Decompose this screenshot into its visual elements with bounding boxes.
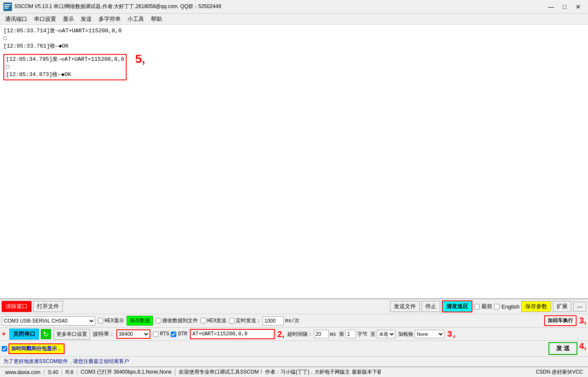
toolbar-row2: COM3 USB-SERIAL CH340 HEX显示 保存数据 接收数据到文件… [0, 314, 588, 328]
close-button[interactable]: ✕ [572, 2, 585, 12]
rts-dtr-group: RTS DTR [153, 331, 187, 337]
more-ports-button[interactable]: 更多串口设置 [54, 329, 90, 340]
svg-rect-2 [4, 6, 9, 7]
highlighted-block: [12:05:34.795]发→◇AT+UART=115200,0,0 □ [1… [3, 54, 127, 81]
promo-area: 为了更好地发展SSCOM软件，请您注册嘉立创结尾客户 [0, 357, 588, 367]
english-checkbox[interactable] [494, 304, 500, 309]
last-checkbox-group: 最前 [474, 303, 492, 310]
status-port-info: COM3 已打开 38400bps,8,1,None,None [77, 368, 175, 376]
toolbar-row4: 加时间戳和分包显示， 发 送 4, [0, 341, 588, 357]
timeout-group: 超时间隔： ms 第 字节 至 末尾 [287, 330, 396, 338]
titlebar-controls: — □ ✕ [545, 2, 585, 12]
hex-send-checkbox[interactable] [201, 318, 206, 323]
recv-to-file-label: 接收数据到文件 [162, 317, 198, 324]
hex-send-group: HEX发送 [201, 317, 227, 324]
terminal-line-3: [12:05:33.761]收←◆OK [3, 43, 585, 50]
byte-end-select[interactable]: 末尾 [377, 330, 396, 338]
open-file-button[interactable]: 打开文件 [33, 301, 63, 312]
timed-send-ms-input[interactable] [263, 316, 284, 326]
timeout-input[interactable] [314, 330, 329, 338]
terminal-line-6: [12:05:34.873]收←◆OK [6, 71, 124, 79]
menu-serial-settings[interactable]: 串口设置 [31, 14, 59, 24]
last-label: 最前 [481, 303, 492, 310]
svg-rect-1 [4, 4, 11, 5]
baud-group: 波特率： 38400 [93, 329, 150, 339]
dtr-checkbox[interactable] [171, 332, 176, 337]
baud-select[interactable]: 38400 [116, 329, 150, 339]
menu-multi-string[interactable]: 多字符串 [95, 14, 124, 24]
clear-window-button[interactable]: 清除窗口 [2, 301, 31, 312]
dtr-label: DTR [178, 331, 187, 337]
checksum-select[interactable]: None [415, 330, 444, 338]
command-input[interactable] [190, 329, 275, 339]
status-welcome: 欢迎使用专业串口调试工具SSCOM！ 作者：习小猛(丁丁)，大虾电子网版主 最新… [175, 368, 381, 376]
terminal-line-1: [12:05:33.714]发→◇AT+UART=115200,0,0 [3, 27, 585, 35]
send-button[interactable]: 发 送 [548, 342, 577, 355]
recv-to-file-checkbox[interactable] [155, 318, 161, 323]
titlebar: SSCOM V5.13.1 串口/网络数据调试器,作者:大虾丁丁,2618058… [0, 0, 588, 14]
status-indicator: ● [2, 330, 6, 338]
stop-button[interactable]: 停止 [421, 301, 440, 312]
checksum-label: 加检验 [398, 331, 413, 338]
clear-send-button[interactable]: 清发送区 [442, 300, 472, 312]
rts-checkbox[interactable] [153, 332, 158, 337]
main-content: [12:05:33.714]发→◇AT+UART=115200,0,0 □ [1… [0, 25, 588, 367]
menu-help[interactable]: 帮助 [147, 14, 165, 24]
status-s: S:40 [44, 369, 62, 375]
label-3b: 3, [447, 329, 457, 339]
terminal-area[interactable]: [12:05:33.714]发→◇AT+UART=115200,0,0 □ [1… [0, 25, 588, 299]
menu-send[interactable]: 发送 [77, 14, 95, 24]
ms-per-label: ms/次 [285, 317, 300, 324]
hex-send-label: HEX发送 [207, 317, 227, 324]
minimize-button[interactable]: — [545, 2, 557, 12]
titlebar-left: SSCOM V5.13.1 串口/网络数据调试器,作者:大虾丁丁,2618058… [3, 3, 221, 11]
maximize-button[interactable]: □ [558, 2, 571, 12]
svg-rect-3 [4, 8, 8, 9]
byte-start-input[interactable] [345, 330, 356, 338]
menubar: 通讯端口 串口设置 显示 发送 多字符串 小工具 帮助 [0, 14, 588, 25]
menu-display[interactable]: 显示 [59, 14, 77, 24]
save-data-button[interactable]: 保存数据 [127, 316, 153, 326]
timed-send-group: 定时发送： ms/次 [229, 316, 300, 326]
terminal-line-2: □ [3, 35, 585, 43]
baud-label: 波特率： [93, 330, 115, 338]
timestamp-label: 加时间戳和分包显示， [8, 343, 65, 354]
hex-display-group: HEX显示 [98, 317, 124, 324]
app-icon [3, 3, 12, 11]
send-file-button[interactable]: 发送文件 [390, 301, 420, 312]
expand-button[interactable]: 扩展 [553, 301, 571, 312]
hex-display-checkbox[interactable] [98, 318, 103, 323]
label-2: 2, [277, 329, 285, 339]
label-3: 3, [579, 316, 586, 326]
save-params-button[interactable]: 保存参数 [521, 301, 551, 312]
close-port-button[interactable]: 关闭串口 [9, 329, 39, 340]
status-csdn: CSDN @好家伙VCC [381, 368, 586, 376]
menu-tools[interactable]: 小工具 [124, 14, 147, 24]
statusbar: www.daxia.com S:40 R:8 COM3 已打开 38400bps… [0, 367, 588, 377]
byte-label: 字节 至 [357, 331, 376, 338]
toolbar-row1: 清除窗口 打开文件 发送文件 停止 清发送区 最前 English 保存参数 扩… [0, 299, 588, 314]
add-newline-button[interactable]: 加回车换行 [544, 315, 577, 326]
status-r: R:8 [62, 369, 77, 375]
label-5: 5, [135, 52, 145, 66]
titlebar-title: SSCOM V5.13.1 串口/网络数据调试器,作者:大虾丁丁,2618058… [14, 3, 221, 10]
timeout-label: 超时间隔： [287, 331, 313, 338]
ms-label: ms 第 [330, 331, 345, 338]
rts-label: RTS [160, 331, 170, 337]
minus-button[interactable]: — [573, 302, 586, 312]
english-checkbox-group: English [494, 303, 520, 310]
checksum-group: 加检验 None [398, 330, 444, 338]
hex-display-label: HEX显示 [105, 317, 124, 324]
label-4: 4, [579, 341, 586, 354]
toolbar-row3: ● 关闭串口 ↻ 更多串口设置 波特率： 38400 RTS DTR 2, 超时… [0, 328, 588, 341]
english-label: English [501, 303, 520, 310]
port-select[interactable]: COM3 USB-SERIAL CH340 [2, 316, 95, 326]
recv-to-file-group: 接收数据到文件 [155, 317, 198, 324]
last-checkbox[interactable] [474, 304, 480, 309]
timed-send-checkbox[interactable] [229, 318, 235, 323]
bottom-area: 清除窗口 打开文件 发送文件 停止 清发送区 最前 English 保存参数 扩… [0, 299, 588, 367]
menu-port[interactable]: 通讯端口 [2, 14, 31, 24]
refresh-button[interactable]: ↻ [41, 329, 51, 339]
timestamp-checkbox[interactable] [2, 346, 7, 351]
terminal-line-5: □ [6, 63, 124, 71]
